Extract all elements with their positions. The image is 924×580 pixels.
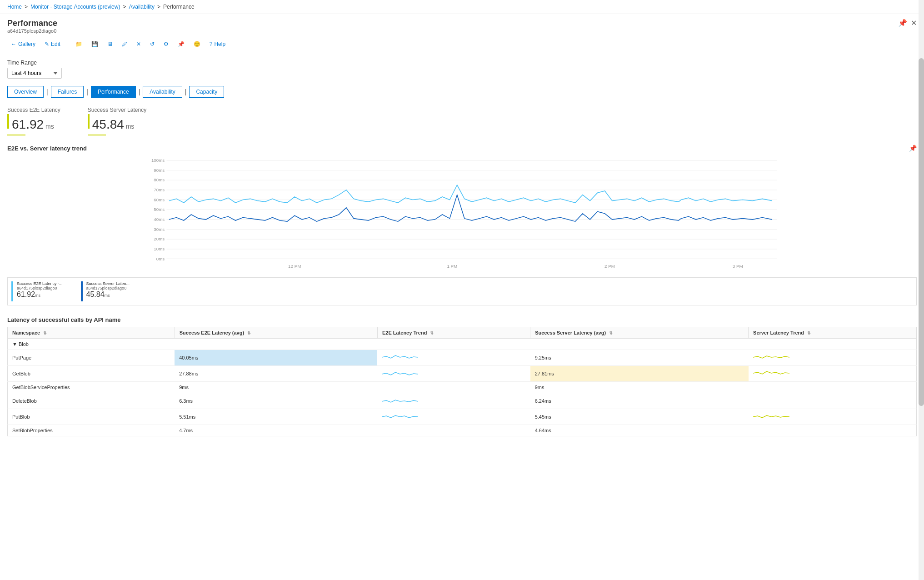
mini-chart-e2e-deleteblob [382,396,418,405]
table-row: PutPage 40.05ms 9.25ms [8,350,917,366]
legend-sublabel-server: a64d175plosp2diago0 [86,286,130,290]
svg-text:12 PM: 12 PM [288,264,301,269]
cell-namespace: PutPage [8,350,175,366]
cell-server-trend-putblob [749,409,917,425]
svg-text:100ms: 100ms [151,158,165,163]
folder-button[interactable]: 📁 [72,39,86,49]
legend-item-e2e: Success E2E Latency -... a64d175plosp2di… [11,281,63,301]
breadcrumb-home[interactable]: Home [7,4,22,10]
scrollbar-thumb[interactable] [919,58,924,406]
chart-title: E2E vs. Server latency trend 📌 [7,145,917,152]
cell-e2e-setblobprops: 4.7ms [175,425,377,436]
table-section: Latency of successful calls by API name … [7,316,917,436]
brush-icon: 🖊 [122,41,127,47]
legend-label-e2e: Success E2E Latency -... [17,281,63,286]
main-content: Time Range Last 4 hours Last 1 hour Last… [0,52,924,580]
discard-icon: ✕ [136,41,141,47]
legend-value-server: 45.84ms [86,290,130,299]
metric-server-underline [88,135,106,135]
cell-server-trend-deleteblob [749,393,917,409]
svg-text:0ms: 0ms [156,256,165,261]
chart-container: 100ms 90ms 80ms 70ms 60ms 50ms 40ms 30ms… [7,155,917,274]
cell-e2e-trend-getblobsvc [377,382,530,393]
col-e2e-trend[interactable]: E2E Latency Trend ⇅ [377,327,530,339]
cell-e2e-trend-putpage [377,350,530,366]
table-row: GetBlobServiceProperties 9ms 9ms [8,382,917,393]
metric-e2e-latency: Success E2E Latency 61.92 ms [7,107,60,135]
breadcrumb: Home > Monitor - Storage Accounts (previ… [0,0,924,14]
brush-button[interactable]: 🖊 [118,39,131,49]
scrollbar[interactable] [919,0,924,580]
svg-text:40ms: 40ms [154,217,165,222]
cell-e2e-trend-setblobprops [377,425,530,436]
group-blob: ▼ Blob [8,339,917,350]
sort-icon-server-trend: ⇅ [807,331,811,335]
svg-text:50ms: 50ms [154,207,165,212]
svg-text:2 PM: 2 PM [604,264,615,269]
mini-chart-e2e-putblob [382,412,418,421]
tab-capacity[interactable]: Capacity [189,86,224,98]
cell-server-trend-setblobprops [749,425,917,436]
breadcrumb-monitor[interactable]: Monitor - Storage Accounts (preview) [30,4,120,10]
settings-icon: ⚙ [164,41,169,47]
gallery-button[interactable]: ← Gallery [7,39,39,49]
cell-e2e-trend-deleteblob [377,393,530,409]
tab-failures[interactable]: Failures [51,86,84,98]
gallery-icon: ← [11,41,16,47]
help-button[interactable]: ? Help [206,39,229,49]
svg-text:30ms: 30ms [154,227,165,232]
table-row: DeleteBlob 6.3ms 6.24ms [8,393,917,409]
cell-server-putblob: 5.45ms [530,409,749,425]
col-namespace[interactable]: Namespace ⇅ [8,327,175,339]
emoji-button[interactable]: 🙂 [190,39,204,49]
folder-icon: 📁 [75,41,82,47]
discard-button[interactable]: ✕ [133,39,145,49]
metric-e2e-unit: ms [44,123,54,130]
share-button[interactable]: 🖥 [104,39,116,49]
page-subtitle: a64d175plosp2diago0 [7,28,57,34]
metric-server-value: 45.84 ms [88,114,146,132]
breadcrumb-availability[interactable]: Availability [129,4,154,10]
cell-server-getblob: 27.81ms [530,366,749,382]
cell-e2e-putblob: 5.51ms [175,409,377,425]
mini-chart-server-putblob [753,412,789,421]
col-server-trend[interactable]: Server Latency Trend ⇅ [749,327,917,339]
col-e2e-latency[interactable]: Success E2E Latency (avg) ⇅ [175,327,377,339]
metric-e2e-underline [7,135,25,135]
svg-text:70ms: 70ms [154,187,165,192]
tab-performance[interactable]: Performance [91,86,136,98]
refresh-button[interactable]: ↺ [146,39,158,49]
question-icon: ? [210,41,213,47]
tab-overview[interactable]: Overview [7,86,44,98]
tab-availability[interactable]: Availability [143,86,182,98]
time-range-select[interactable]: Last 4 hours Last 1 hour Last 12 hours L… [7,68,62,79]
pin-toolbar-button[interactable]: 📌 [174,39,188,49]
time-range-section: Time Range Last 4 hours Last 1 hour Last… [7,60,917,79]
refresh-icon: ↺ [150,41,155,47]
settings-button[interactable]: ⚙ [160,39,172,49]
chart-section: E2E vs. Server latency trend 📌 100ms [7,145,917,305]
metric-server-unit: ms [124,123,135,130]
legend-value-e2e: 61.92ms [17,290,63,299]
legend-sublabel-e2e: a64d175plosp2diago0 [17,286,63,290]
metric-e2e-label: Success E2E Latency [7,107,60,113]
table-header: Namespace ⇅ Success E2E Latency (avg) ⇅ … [8,327,917,339]
save-icon: 💾 [91,41,98,47]
accent-bar-e2e [7,114,9,129]
pin-button[interactable]: 📌 [898,19,907,27]
chart-legend: Success E2E Latency -... a64d175plosp2di… [7,277,917,305]
close-button[interactable]: ✕ [911,19,917,27]
page-title: Performance [7,19,57,28]
metric-server-number: 45.84 [92,117,124,132]
sort-icon-namespace: ⇅ [43,331,47,335]
edit-icon: ✎ [45,41,49,47]
chart-pin-icon[interactable]: 📌 [909,145,917,152]
svg-text:3 PM: 3 PM [733,264,743,269]
metric-e2e-value: 61.92 ms [7,114,60,132]
save-button[interactable]: 💾 [88,39,102,49]
cell-e2e-getblob: 27.88ms [175,366,377,382]
col-server-latency[interactable]: Success Server Latency (avg) ⇅ [530,327,749,339]
cell-server-trend-getblobsvc [749,382,917,393]
table-row: PutBlob 5.51ms 5.45ms [8,409,917,425]
edit-button[interactable]: ✎ Edit [41,39,64,49]
